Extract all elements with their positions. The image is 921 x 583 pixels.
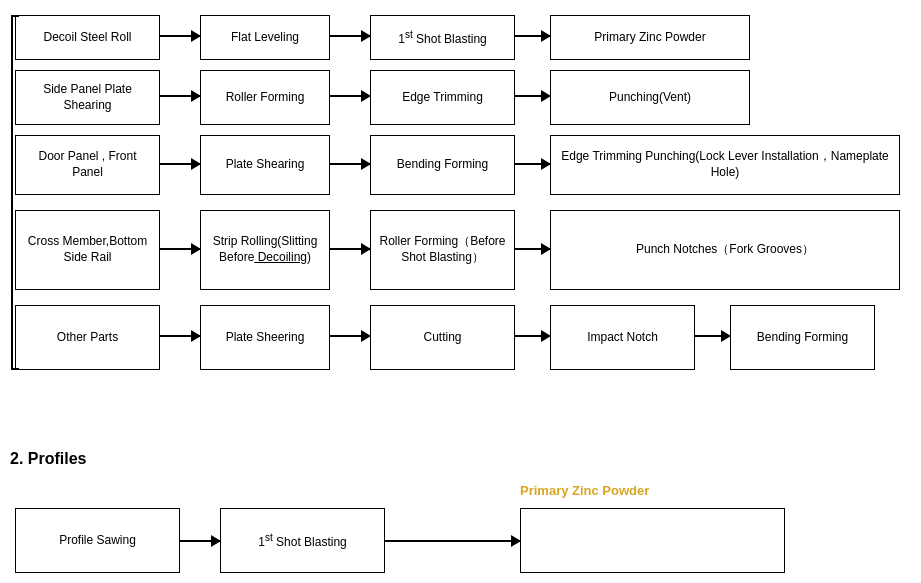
arrow-r4-3 (515, 248, 550, 250)
box-roller-forming-r4: Roller Forming（Before Shot Blasting） (370, 210, 515, 290)
arrow-r1-3 (515, 35, 550, 37)
box-decoil: Decoil Steel Roll (15, 15, 160, 60)
box-edge-trimming-lock: Edge Trimming Punching(Lock Lever Instal… (550, 135, 900, 195)
box-other-parts: Other Parts (15, 305, 160, 370)
box-door-panel: Door Panel , Front Panel (15, 135, 160, 195)
arrow-r3-2 (330, 163, 370, 165)
arrow-r2-3 (515, 95, 550, 97)
box-cross-member: Cross Member,Bottom Side Rail (15, 210, 160, 290)
arrow-profiles-2 (385, 540, 520, 542)
box-bending-forming-r3: Bending Forming (370, 135, 515, 195)
box-plate-shearing-r3: Plate Shearing (200, 135, 330, 195)
profiles-section-title: 2. Profiles (10, 450, 911, 468)
box-plate-sheering: Plate Sheering (200, 305, 330, 370)
arrow-r1-1 (160, 35, 200, 37)
arrow-r1-2 (330, 35, 370, 37)
left-bracket (11, 15, 19, 370)
box-impact-notch: Impact Notch (550, 305, 695, 370)
arrow-r5-4 (695, 335, 730, 337)
box-flat-leveling: Flat Leveling (200, 15, 330, 60)
box-cutting: Cutting (370, 305, 515, 370)
box-primary-zinc-1: Primary Zinc Powder (550, 15, 750, 60)
zinc-label-profiles: Primary Zinc Powder (520, 483, 649, 498)
box-primary-zinc-profiles (520, 508, 785, 573)
arrow-r5-2 (330, 335, 370, 337)
box-side-panel: Side Panel Plate Shearing (15, 70, 160, 125)
arrow-r4-2 (330, 248, 370, 250)
box-edge-trimming: Edge Trimming (370, 70, 515, 125)
box-profile-sawing: Profile Sawing (15, 508, 180, 573)
box-1st-shot-profiles: 1st Shot Blasting (220, 508, 385, 573)
box-roller-forming: Roller Forming (200, 70, 330, 125)
arrow-r3-1 (160, 163, 200, 165)
profiles-diagram: Primary Zinc Powder Profile Sawing 1st S… (10, 483, 910, 583)
arrow-r5-1 (160, 335, 200, 337)
arrow-r3-3 (515, 163, 550, 165)
arrow-r2-2 (330, 95, 370, 97)
box-bending-forming-r5: Bending Forming (730, 305, 875, 370)
box-strip-rolling: Strip Rolling(Slitting Before Decoiling) (200, 210, 330, 290)
box-1st-shot: 1st Shot Blasting (370, 15, 515, 60)
arrow-r5-3 (515, 335, 550, 337)
box-punch-notches: Punch Notches（Fork Grooves） (550, 210, 900, 290)
arrow-profiles-1 (180, 540, 220, 542)
main-diagram: Decoil Steel Roll Flat Leveling 1st Shot… (10, 10, 910, 440)
box-punching-vent: Punching(Vent) (550, 70, 750, 125)
arrow-r4-1 (160, 248, 200, 250)
arrow-r2-1 (160, 95, 200, 97)
